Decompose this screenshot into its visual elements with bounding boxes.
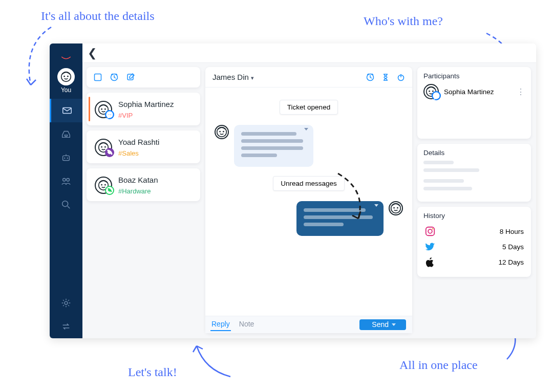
history-label: 5 Days <box>502 243 524 251</box>
annotation-who: Who's with me? <box>364 14 443 28</box>
topbar: ❮ <box>82 43 536 63</box>
list-actions-bar <box>87 67 200 88</box>
panel-title: Participants <box>423 72 525 80</box>
participant-name: Sophia Martinez <box>444 88 494 96</box>
participant-row[interactable]: Sophia Martinez ⋮ <box>423 84 525 99</box>
alarm-icon[interactable] <box>110 73 118 81</box>
conversation-item[interactable]: Yoad Rashti #Sales <box>87 130 200 163</box>
history-label: 8 Hours <box>500 228 524 235</box>
panel-title: Details <box>423 149 525 157</box>
history-label: 12 Days <box>498 258 524 266</box>
conversation-tag: #Hardware <box>118 187 158 195</box>
thread-body: Ticket opened Unread messages <box>205 88 412 316</box>
details-placeholder <box>423 161 525 190</box>
message-outgoing <box>215 201 403 236</box>
nav-settings[interactable] <box>50 291 82 315</box>
history-row[interactable]: 12 Days <box>423 254 525 270</box>
instagram-icon <box>424 226 436 237</box>
compose-icon[interactable] <box>126 73 135 81</box>
conversation-item[interactable]: Sophia Martinez #VIP <box>87 93 200 125</box>
whatsapp-icon <box>105 186 114 195</box>
nav-team[interactable] <box>50 169 82 193</box>
details-panel: Details <box>417 144 531 202</box>
nav-inbox[interactable] <box>50 99 82 122</box>
history-row[interactable]: 5 Days <box>423 239 525 254</box>
conversation-item[interactable]: Boaz Katan #Hardware <box>87 168 200 201</box>
avatar <box>95 177 112 194</box>
conversation-name: Sophia Martinez <box>118 100 174 108</box>
nav-bot[interactable] <box>50 146 82 169</box>
workspace: ❮ Sophia Martin <box>82 43 536 338</box>
messenger-icon <box>432 91 441 100</box>
checkbox-icon[interactable] <box>94 73 102 81</box>
tab-note[interactable]: Note <box>238 319 256 331</box>
participants-panel: Participants Sophia Martinez ⋮ <box>417 67 531 139</box>
thread-column: James Din ▾ Ticket opened <box>205 67 412 333</box>
back-button[interactable]: ❮ <box>88 47 97 60</box>
svg-point-16 <box>428 229 432 233</box>
svg-point-7 <box>67 158 68 159</box>
alarm-icon[interactable] <box>366 73 374 81</box>
conversation-name: Yoad Rashti <box>118 138 159 146</box>
avatar <box>215 125 229 139</box>
svg-point-10 <box>62 201 68 207</box>
message-bubble[interactable] <box>234 125 313 167</box>
envelope-icon <box>61 105 73 116</box>
status-chip-opened: Ticket opened <box>280 100 338 115</box>
sidebar-me-label: You <box>61 86 71 94</box>
hourglass-icon[interactable] <box>381 73 390 81</box>
inbox-icon <box>60 128 72 140</box>
nav-search[interactable] <box>50 193 82 216</box>
conversation-tag: #Sales <box>118 149 159 157</box>
avatar <box>57 68 75 85</box>
app-logo <box>60 51 72 63</box>
svg-point-6 <box>64 158 65 159</box>
sidebar-nav: You <box>50 43 82 338</box>
svg-rect-12 <box>95 74 101 81</box>
more-icon[interactable]: ⋮ <box>517 87 525 97</box>
annotation-details: It's all about the details <box>41 9 155 23</box>
send-button[interactable]: Send <box>359 319 406 330</box>
svg-rect-4 <box>62 108 71 114</box>
message-incoming <box>215 125 403 167</box>
history-panel: History 8 Hours 5 Days <box>417 207 531 277</box>
messenger-icon <box>105 110 114 119</box>
annotation-lets-talk: Let's talk! <box>128 365 177 379</box>
chevron-down-icon: ▾ <box>251 75 254 81</box>
panel-title: History <box>423 212 525 220</box>
svg-rect-15 <box>426 227 435 236</box>
team-icon <box>60 176 72 187</box>
app-shell: You ❮ <box>50 43 536 338</box>
thread-header: James Din ▾ <box>205 67 412 88</box>
arrow-icon <box>330 169 371 226</box>
annotation-all-in-one: All in one place <box>399 358 478 372</box>
bot-icon <box>60 152 72 163</box>
sidebar-me[interactable]: You <box>57 68 75 94</box>
avatar <box>95 139 112 156</box>
twitter-icon <box>424 241 436 252</box>
search-icon <box>60 199 72 210</box>
history-row[interactable]: 8 Hours <box>423 224 525 239</box>
conversation-name: Boaz Katan <box>118 176 158 184</box>
assignee-dropdown[interactable]: James Din ▾ <box>212 73 254 81</box>
svg-point-17 <box>432 228 433 229</box>
conversation-tag: #VIP <box>118 112 174 119</box>
swap-icon <box>60 321 72 332</box>
details-column: Participants Sophia Martinez ⋮ Detai <box>417 67 531 333</box>
tab-reply[interactable]: Reply <box>210 319 231 331</box>
reply-bar: Reply Note Send <box>205 316 412 333</box>
arrow-icon <box>189 342 236 380</box>
gear-icon <box>60 297 72 309</box>
power-icon[interactable] <box>397 73 405 81</box>
svg-point-8 <box>63 179 66 182</box>
avatar <box>423 84 439 99</box>
apple-icon <box>424 256 436 268</box>
avatar <box>95 101 112 118</box>
nav-archive[interactable] <box>50 122 82 146</box>
viber-icon <box>105 148 114 157</box>
avatar <box>389 201 403 215</box>
svg-point-11 <box>65 301 68 304</box>
svg-rect-5 <box>63 156 70 160</box>
nav-transfer[interactable] <box>50 315 82 338</box>
svg-point-9 <box>67 179 70 182</box>
